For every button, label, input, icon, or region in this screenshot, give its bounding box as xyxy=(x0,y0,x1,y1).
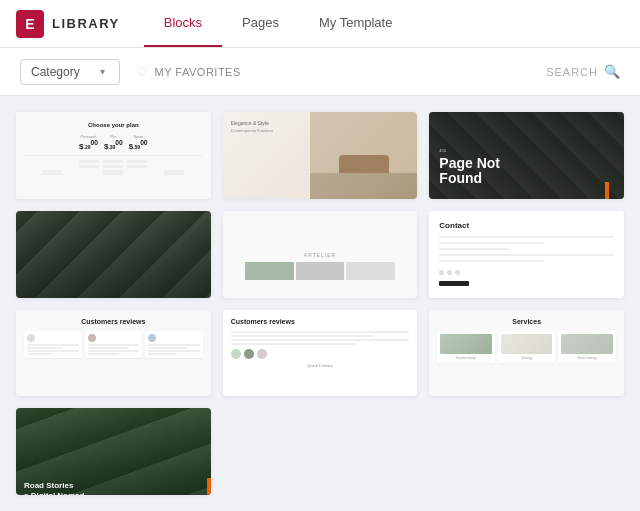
card-services-preview: Services Graphic design Strategy Brand s… xyxy=(429,310,624,397)
join-content: Join The Ride xyxy=(16,211,211,298)
gallery-img-2 xyxy=(296,262,344,280)
search-icon[interactable]: 🔍 xyxy=(604,64,620,79)
gallery-content: ARTELIER xyxy=(223,211,418,298)
furniture-image-bottom xyxy=(310,173,417,199)
card-services[interactable]: Services Graphic design Strategy Brand s… xyxy=(429,310,624,397)
pricing-buttons-row xyxy=(24,170,203,177)
card-pricing-preview: Choose your plan Personel $.2900 Pro $.3… xyxy=(16,112,211,199)
tab-pages[interactable]: Pages xyxy=(222,0,299,47)
card-contact[interactable]: Contact xyxy=(429,211,624,298)
card-reviews-left-preview: Customers reviews Quick Contact xyxy=(223,310,418,397)
reviewer-avatar-3 xyxy=(148,334,156,342)
contact-line-3 xyxy=(439,248,509,250)
card-join-preview: Join The Ride xyxy=(16,211,211,298)
tab-my-template[interactable]: My Template xyxy=(299,0,412,47)
review-lines-1 xyxy=(27,344,79,355)
plan-pro: Pro $.3900 xyxy=(104,134,123,151)
road-content: Road Storiesa Digital NomadCouple xyxy=(16,408,211,495)
service-label-1: Graphic design xyxy=(440,356,492,360)
card-contact-preview: Contact xyxy=(429,211,624,298)
pricing-divider xyxy=(24,155,203,156)
road-title: Road Storiesa Digital NomadCouple xyxy=(24,481,84,495)
card-pricing[interactable]: Choose your plan Personel $.2900 Pro $.3… xyxy=(16,112,211,199)
review-card-2 xyxy=(85,331,143,358)
reviewer-avatar-1 xyxy=(27,334,35,342)
reviews-left-content: Customers reviews Quick Contact xyxy=(223,310,418,397)
reviews-left-lines xyxy=(231,331,410,345)
card-gallery-preview: ARTELIER xyxy=(223,211,418,298)
card-page-not-found[interactable]: 404 Page NotFound xyxy=(429,112,624,199)
search-area: SEARCH 🔍 xyxy=(546,64,620,79)
tab-blocks[interactable]: Blocks xyxy=(144,0,222,47)
furniture-text: Elegance & Style Contemporary Furniture xyxy=(231,120,273,133)
pnf-small-text: 404 xyxy=(439,148,446,153)
service-img-3 xyxy=(561,334,613,354)
logo-letter: E xyxy=(25,16,34,32)
nav-tabs: Blocks Pages My Template xyxy=(144,0,413,47)
favorites-button[interactable]: ♡ MY FAVORITES xyxy=(136,64,241,79)
contact-line-1 xyxy=(439,236,614,238)
card-customers-reviews-right[interactable]: Customers reviews xyxy=(16,310,211,397)
services-content: Services Graphic design Strategy Brand s… xyxy=(429,310,624,397)
quick-contact-label: Quick Contact xyxy=(231,363,410,368)
contact-title: Contact xyxy=(439,221,614,230)
reviewer-av-1 xyxy=(231,349,241,359)
pricing-title: Choose your plan xyxy=(24,122,203,128)
gallery-subtitle: ARTELIER xyxy=(304,252,336,258)
service-item-2: Strategy xyxy=(498,331,556,363)
service-item-3: Brand strategy xyxy=(558,331,616,363)
plan-personel: Personel $.2900 xyxy=(79,134,98,151)
plan-team: Team $.5900 xyxy=(129,134,148,151)
card-reviews-right-preview: Customers reviews xyxy=(16,310,211,397)
heart-icon: ♡ xyxy=(136,64,149,79)
service-item-1: Graphic design xyxy=(437,331,495,363)
reviews-right-content: Customers reviews xyxy=(16,310,211,397)
header: E LIBRARY Blocks Pages My Template xyxy=(0,0,640,48)
pnf-content: 404 Page NotFound xyxy=(429,112,624,199)
category-dropdown[interactable]: Category ▾ xyxy=(20,59,120,85)
card-furniture[interactable]: Elegance & Style Contemporary Furniture xyxy=(223,112,418,199)
service-img-2 xyxy=(501,334,553,354)
gallery-img-3 xyxy=(346,262,394,280)
logo-area: E LIBRARY xyxy=(16,10,120,38)
contact-line-4 xyxy=(439,254,614,256)
review-lines-2 xyxy=(88,344,140,355)
pnf-big-text: Page NotFound xyxy=(439,156,500,187)
pricing-plans: Personel $.2900 Pro $.3900 Team $.5900 xyxy=(24,134,203,151)
contact-dots xyxy=(439,270,614,275)
card-road-stories[interactable]: Road Storiesa Digital NomadCouple xyxy=(16,408,211,495)
pricing-content: Choose your plan Personel $.2900 Pro $.3… xyxy=(16,112,211,189)
reviewer-av-3 xyxy=(257,349,267,359)
reviews-left-title: Customers reviews xyxy=(231,318,410,325)
elementor-logo-icon: E xyxy=(16,10,44,38)
chevron-down-icon: ▾ xyxy=(100,66,105,77)
toolbar: Category ▾ ♡ MY FAVORITES SEARCH 🔍 xyxy=(0,48,640,96)
category-label: Category xyxy=(31,65,80,79)
card-join-ride[interactable]: Join The Ride xyxy=(16,211,211,298)
contact-button-preview xyxy=(439,281,469,286)
card-pnf-preview: 404 Page NotFound xyxy=(429,112,624,199)
review-card-1 xyxy=(24,331,82,358)
card-gallery[interactable]: ARTELIER xyxy=(223,211,418,298)
reviews-right-cards xyxy=(24,331,203,358)
contact-content: Contact xyxy=(429,211,624,298)
service-img-1 xyxy=(440,334,492,354)
reviewer-avatar-2 xyxy=(88,334,96,342)
library-title: LIBRARY xyxy=(52,16,120,31)
services-grid: Graphic design Strategy Brand strategy xyxy=(437,331,616,363)
service-label-3: Brand strategy xyxy=(561,356,613,360)
pricing-features-row-2 xyxy=(24,165,203,168)
card-road-preview: Road Storiesa Digital NomadCouple xyxy=(16,408,211,495)
reviews-right-title: Customers reviews xyxy=(24,318,203,325)
reviewer-av-2 xyxy=(244,349,254,359)
gallery-grid xyxy=(245,262,394,280)
contact-line-5 xyxy=(439,260,544,262)
review-lines-3 xyxy=(148,344,200,355)
road-orange-accent xyxy=(207,478,211,495)
reviews-left-avatars xyxy=(231,349,410,359)
pricing-features-row xyxy=(24,160,203,163)
gallery-img-1 xyxy=(245,262,293,280)
card-customers-reviews-left[interactable]: Customers reviews Quick Contact xyxy=(223,310,418,397)
services-title: Services xyxy=(437,318,616,325)
service-label-2: Strategy xyxy=(501,356,553,360)
